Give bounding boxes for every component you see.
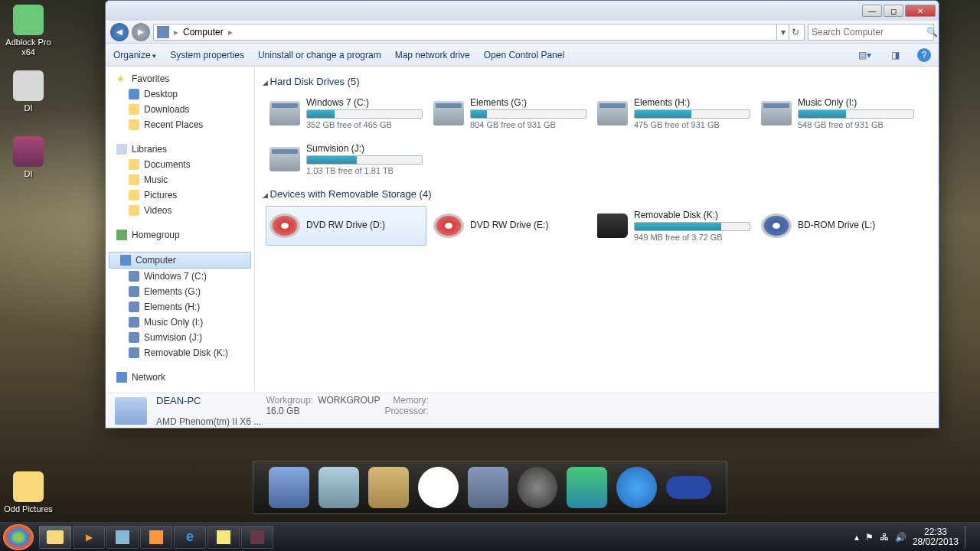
section-removable-head[interactable]: Devices with Removable Storage (4) (263, 188, 931, 200)
sidebar-item-documents[interactable]: Documents (106, 157, 254, 172)
hdd-icon (761, 101, 792, 126)
sidebar-item-k[interactable]: Removable Disk (K:) (106, 345, 254, 360)
sidebar-homegroup-head[interactable]: Homegroup (106, 227, 254, 243)
dock-item-panda[interactable] (418, 467, 459, 508)
removable-0[interactable]: DVD RW Drive (D:) (266, 206, 426, 246)
drive-4[interactable]: Sumvision (J:)1.03 TB free of 1.81 TB (266, 139, 426, 179)
breadcrumb-computer[interactable]: Computer (180, 27, 227, 37)
capacity-bar (634, 222, 750, 231)
drive-3[interactable]: Music Only (I:)548 GB free of 931 GB (757, 93, 918, 133)
hdd-icon (270, 101, 300, 126)
removable-3[interactable]: BD-ROM Drive (L:) (757, 206, 918, 246)
breadcrumb-dropdown[interactable]: ▾ (776, 24, 789, 40)
dock-item-thunder[interactable] (616, 467, 657, 508)
usb-icon (597, 214, 628, 238)
bd-icon (761, 214, 792, 238)
drive-free: 475 GB free of 931 GB (634, 120, 750, 129)
sidebar-item-c[interactable]: Windows 7 (C:) (106, 269, 254, 284)
system-tray[interactable]: ▴ ⚑ 🖧 🔊 22:33 28/02/2013 (848, 526, 977, 549)
taskbar-app2[interactable] (140, 526, 172, 549)
preview-pane-button[interactable]: ◨ (887, 47, 903, 64)
breadcrumb-refresh[interactable]: ↻ (789, 24, 801, 40)
drive-free: 949 MB free of 3.72 GB (634, 233, 750, 242)
drive-free: 804 GB free of 931 GB (470, 120, 586, 129)
drive-name: BD-ROM Drive (L:) (798, 220, 914, 230)
map-drive-button[interactable]: Map network drive (395, 50, 470, 60)
capacity-bar (306, 155, 423, 165)
tray-arrow-icon[interactable]: ▴ (854, 532, 859, 543)
drive-1[interactable]: Elements (G:)804 GB free of 931 GB (430, 93, 590, 133)
taskbar: ▶ e ▴ ⚑ 🖧 🔊 22:33 28/02/2013 (0, 522, 980, 551)
search-box[interactable]: 🔍 (808, 24, 934, 41)
view-mode-button[interactable]: ▤▾ (856, 47, 873, 64)
back-button[interactable]: ◄ (110, 23, 129, 41)
dock-item-recycle[interactable] (318, 467, 359, 508)
app-icon (250, 530, 264, 544)
taskbar-app1[interactable] (106, 526, 139, 549)
hdd-icon (433, 101, 464, 126)
sidebar-item-g[interactable]: Elements (G:) (106, 284, 254, 299)
drive-name: Elements (H:) (634, 97, 750, 108)
organize-menu[interactable]: Organize (113, 50, 156, 60)
taskbar-ie[interactable]: e (174, 526, 206, 549)
help-button[interactable]: ? (917, 48, 931, 62)
removable-1[interactable]: DVD RW Drive (E:) (430, 206, 590, 246)
drive-2[interactable]: Elements (H:)475 GB free of 931 GB (593, 93, 754, 133)
clock[interactable]: 22:33 28/02/2013 (913, 527, 959, 547)
breadcrumb[interactable]: ▸ Computer ▸ ▾↻ (153, 24, 805, 41)
taskbar-notes[interactable] (207, 526, 240, 549)
drive-0[interactable]: Windows 7 (C:)352 GB free of 465 GB (266, 93, 426, 133)
section-hdd-head[interactable]: Hard Disk Drives (5) (263, 76, 931, 87)
sidebar-item-j[interactable]: Sumvision (J:) (106, 330, 254, 345)
sidebar-item-i[interactable]: Music Only (I:) (106, 315, 254, 330)
sidebar-favorites-head[interactable]: ★Favorites (106, 71, 254, 86)
memory-value: 16.0 GB (266, 406, 313, 416)
maximize-button[interactable]: ◻ (884, 5, 903, 17)
close-button[interactable]: ✕ (905, 5, 936, 17)
system-properties-button[interactable]: System properties (170, 50, 244, 60)
minimize-button[interactable]: — (862, 5, 882, 17)
sidebar-item-recent[interactable]: Recent Places (106, 117, 254, 132)
app-icon (116, 530, 129, 544)
capacity-bar (306, 109, 423, 119)
uninstall-button[interactable]: Uninstall or change a program (258, 50, 381, 60)
desktop-icon-adblock[interactable]: Adblock Pro x64 (2, 5, 55, 57)
sidebar-item-downloads[interactable]: Downloads (106, 102, 254, 117)
dock-item-download[interactable] (567, 467, 607, 508)
sidebar-item-videos[interactable]: Videos (106, 203, 254, 218)
taskbar-explorer[interactable] (39, 526, 71, 549)
sidebar-item-desktop[interactable]: Desktop (106, 86, 254, 102)
taskbar-wmp[interactable]: ▶ (73, 526, 105, 549)
processor-value: AMD Phenom(tm) II X6 ... (156, 416, 261, 427)
sidebar-item-pictures[interactable]: Pictures (106, 187, 254, 203)
hdd-icon (597, 101, 628, 126)
desktop-icon-di2[interactable]: DI (2, 136, 55, 179)
start-button[interactable] (3, 524, 34, 550)
titlebar[interactable]: — ◻ ✕ (106, 1, 939, 21)
volume-icon[interactable]: 🔊 (895, 532, 906, 543)
desktop-icon-di1[interactable]: DI (2, 70, 55, 113)
details-pane: DEAN-PC Workgroup:WORKGROUP Memory:16.0 … (106, 393, 939, 428)
dock-item-gamepad[interactable] (468, 467, 508, 508)
search-input[interactable] (812, 27, 926, 37)
show-desktop-button[interactable] (965, 526, 971, 549)
taskbar-app3[interactable] (241, 526, 273, 549)
sidebar-item-music[interactable]: Music (106, 172, 254, 187)
control-panel-button[interactable]: Open Control Panel (484, 50, 564, 60)
removable-2[interactable]: Removable Disk (K:)949 MB free of 3.72 G… (593, 206, 754, 246)
dock-item-computer[interactable] (269, 467, 309, 508)
sidebar-network-head[interactable]: Network (106, 370, 254, 385)
desktop-icon-odd-pictures[interactable]: Odd Pictures (2, 471, 55, 514)
sidebar-computer-head[interactable]: Computer (109, 252, 251, 269)
drive-name: Windows 7 (C:) (306, 97, 423, 108)
dock-item-goggles[interactable] (666, 476, 711, 499)
dock-item-broom[interactable] (368, 467, 409, 508)
flag-icon[interactable]: ⚑ (865, 532, 874, 543)
toolbar: Organize System properties Uninstall or … (106, 44, 939, 67)
network-icon[interactable]: 🖧 (880, 532, 889, 543)
sidebar-item-h[interactable]: Elements (H:) (106, 299, 254, 315)
app-icon (149, 530, 163, 544)
forward-button[interactable]: ► (132, 23, 150, 41)
dock-item-film[interactable] (518, 467, 558, 508)
sidebar-libraries-head[interactable]: Libraries (106, 142, 254, 157)
